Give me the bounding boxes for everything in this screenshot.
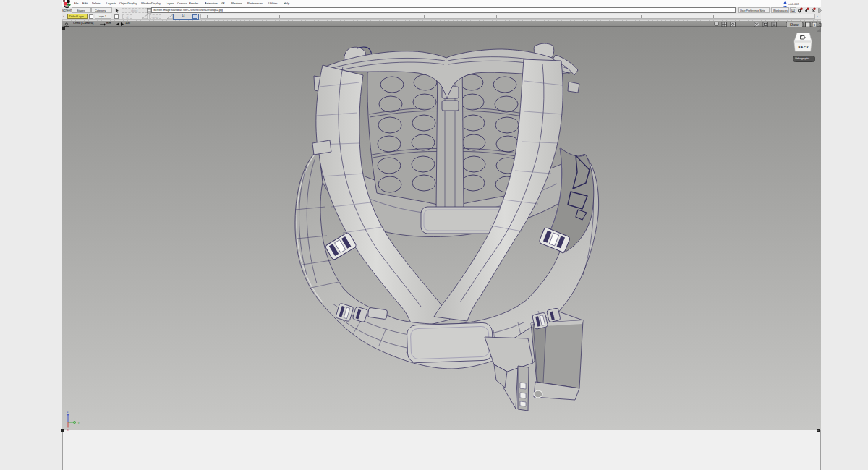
svg-text:x: x bbox=[67, 428, 69, 432]
svg-text:y: y bbox=[78, 421, 80, 424]
svg-text:z: z bbox=[67, 410, 69, 414]
svg-text:BACK: BACK bbox=[799, 46, 809, 49]
svg-text:Show: Show bbox=[790, 22, 799, 26]
